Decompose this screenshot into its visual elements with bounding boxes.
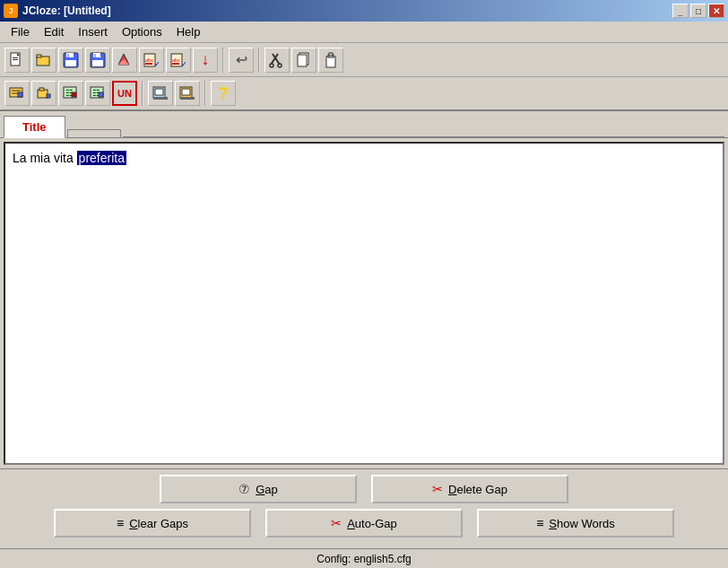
svg-rect-43 [72,92,76,97]
editor-area[interactable]: La mia vita preferita [4,142,724,465]
tb2-btn-6[interactable] [148,81,173,106]
svg-rect-5 [37,55,41,57]
open-button[interactable] [31,48,56,73]
clear-gaps-label: Clear Gaps [129,517,188,530]
auto-gap-label: Auto-Gap [347,517,397,530]
toolbar-main: + abc✓ abc✓ ↓ ↩ [0,43,728,77]
svg-point-28 [278,64,282,67]
svg-rect-49 [153,97,168,100]
tb2-btn-4[interactable]: ☷ [85,81,110,106]
save-as-button[interactable]: + [85,48,110,73]
tb2-btn-1[interactable] [4,81,30,106]
gap-icon: ⑦ [238,482,250,496]
delete-gap-button[interactable]: ✂ Delete Gap [371,475,568,503]
gap-label: Gap [256,483,278,496]
svg-text:✓: ✓ [181,60,186,68]
gap-button[interactable]: ⑦ Gap [160,475,357,503]
button-row-1: ⑦ Gap ✂ Delete Gap [7,475,721,503]
menu-insert[interactable]: Insert [71,23,115,40]
svg-text:abc: abc [172,57,181,64]
close-button[interactable]: ✕ [708,4,724,18]
tab-line [123,136,725,137]
svg-point-27 [270,64,273,67]
tb2-btn-3[interactable]: ☷ [58,81,83,106]
copy-button[interactable] [291,48,316,73]
menu-file[interactable]: File [4,23,37,40]
svg-text:+: + [99,54,101,59]
svg-rect-46 [99,92,103,97]
clear-gaps-icon: ≡ [117,516,124,530]
minimize-button[interactable]: _ [672,4,689,18]
svg-rect-2 [13,57,18,58]
svg-rect-51 [182,89,190,95]
title-bar-left: J JCloze: [Untitled] [4,4,111,18]
tb2-btn-2[interactable] [31,81,56,106]
cut-button[interactable] [264,48,290,73]
delete-gap-icon: ✂ [432,482,443,496]
save-button[interactable] [58,48,83,73]
undo-button[interactable]: ↩ [229,48,254,73]
text-before: La mia vita [13,151,77,165]
svg-rect-40 [47,94,50,98]
button-row-2: ≡ Clear Gaps ✂ Auto-Gap ≡ Show Words [7,509,721,537]
tab-content[interactable] [67,129,121,137]
menu-options[interactable]: Options [115,23,169,40]
tb2-btn-7[interactable] [175,81,200,106]
toolbar-separator-4 [204,81,206,106]
menu-bar: File Edit Insert Options Help [0,22,728,43]
show-words-icon: ≡ [536,516,543,530]
tab-title[interactable]: Title [4,116,65,138]
svg-rect-33 [329,53,333,56]
toolbar-separator-3 [142,81,143,106]
svg-rect-39 [39,88,44,91]
insert-red-button[interactable]: ↓ [193,48,218,73]
new-button[interactable] [4,48,30,73]
spellcheck2-button[interactable]: abc✓ [166,48,191,73]
buttons-area: ⑦ Gap ✂ Delete Gap ≡ Clear Gaps ✂ Auto-G… [0,468,728,548]
svg-rect-48 [155,89,163,95]
auto-gap-button[interactable]: ✂ Auto-Gap [265,509,463,537]
menu-edit[interactable]: Edit [37,23,71,40]
svg-rect-8 [67,54,69,57]
erase-button[interactable] [112,48,137,73]
window-controls[interactable]: _ □ ✕ [672,4,724,18]
highlighted-word[interactable]: preferita [77,151,126,165]
clear-gaps-button[interactable]: ≡ Clear Gaps [54,509,251,537]
paste-button[interactable] [318,48,343,73]
auto-gap-icon: ✂ [331,516,342,530]
maximize-button[interactable]: □ [690,4,706,18]
svg-text:abc: abc [145,57,154,64]
svg-rect-30 [298,55,307,66]
show-words-label: Show Words [549,517,614,530]
toolbar-separator-2 [258,48,260,73]
status-text: Config: english5.cfg [316,553,411,565]
toolbar-separator-1 [222,48,224,73]
window-title: JCloze: [Untitled] [22,4,111,17]
toolbar-secondary: ☷ ☷ UN ? [0,77,728,111]
tb2-btn-un[interactable]: UN [112,81,137,106]
spellcheck1-button[interactable]: abc✓ [139,48,164,73]
menu-help[interactable]: Help [169,23,208,40]
svg-rect-12 [94,54,96,57]
svg-rect-13 [92,60,103,66]
svg-rect-3 [13,59,18,60]
show-words-button[interactable]: ≡ Show Words [477,509,674,537]
svg-rect-31 [326,57,335,67]
svg-text:✓: ✓ [154,60,160,68]
svg-rect-9 [65,60,76,66]
status-bar: Config: english5.cfg [0,548,728,568]
tab-area: Title [0,111,728,138]
app-icon: J [4,4,18,18]
delete-gap-label: Delete Gap [448,483,507,496]
tb2-btn-help[interactable]: ? [211,81,236,106]
title-bar: J JCloze: [Untitled] _ □ ✕ [0,0,728,22]
editor-text: La mia vita preferita [13,151,715,165]
svg-rect-52 [180,97,195,100]
svg-rect-37 [18,92,22,97]
